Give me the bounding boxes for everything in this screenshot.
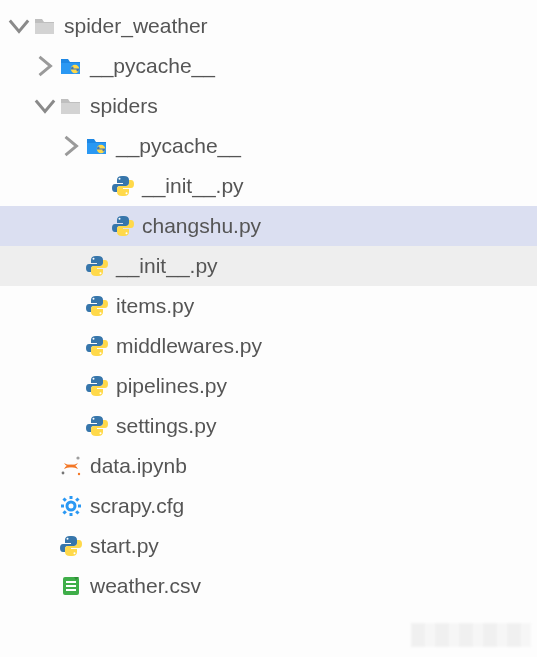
python-file-icon xyxy=(82,366,112,406)
tree-item-label: data.ipynb xyxy=(90,454,187,478)
tree-item-label: __pycache__ xyxy=(116,134,241,158)
tree-folder-spiders[interactable]: spiders xyxy=(0,86,537,126)
tree-item-label: middlewares.py xyxy=(116,334,262,358)
tree-folder-spider-weather[interactable]: spider_weather xyxy=(0,6,537,46)
tree-item-label: __pycache__ xyxy=(90,54,215,78)
tree-item-label: __init__.py xyxy=(116,254,218,278)
tree-file-init-py[interactable]: __init__.py xyxy=(0,246,537,286)
tree-file-data-ipynb[interactable]: data.ipynb xyxy=(0,446,537,486)
python-file-icon xyxy=(82,286,112,326)
python-file-icon xyxy=(82,326,112,366)
tree-item-label: scrapy.cfg xyxy=(90,494,184,518)
tree-item-label: spider_weather xyxy=(64,14,208,38)
chevron-down-icon[interactable] xyxy=(8,6,30,46)
python-file-icon xyxy=(108,166,138,206)
tree-file-changshu-py[interactable]: changshu.py xyxy=(0,206,537,246)
chevron-down-icon[interactable] xyxy=(34,86,56,126)
folder-icon xyxy=(30,6,60,46)
tree-item-label: __init__.py xyxy=(142,174,244,198)
tree-file-settings-py[interactable]: settings.py xyxy=(0,406,537,446)
tree-item-label: spiders xyxy=(90,94,158,118)
tree-item-label: weather.csv xyxy=(90,574,201,598)
tree-folder-pycache[interactable]: __pycache__ xyxy=(0,46,537,86)
python-file-icon xyxy=(82,246,112,286)
tree-item-label: settings.py xyxy=(116,414,216,438)
tree-file-middlewares-py[interactable]: middlewares.py xyxy=(0,326,537,366)
tree-item-label: items.py xyxy=(116,294,194,318)
python-file-icon xyxy=(108,206,138,246)
python-file-icon xyxy=(56,526,86,566)
python-file-icon xyxy=(82,406,112,446)
tree-file-init-py[interactable]: __init__.py xyxy=(0,166,537,206)
tree-file-weather-csv[interactable]: weather.csv xyxy=(0,566,537,606)
tree-item-label: pipelines.py xyxy=(116,374,227,398)
tree-file-items-py[interactable]: items.py xyxy=(0,286,537,326)
tree-item-label: changshu.py xyxy=(142,214,261,238)
python-folder-icon xyxy=(82,126,112,166)
tree-file-start-py[interactable]: start.py xyxy=(0,526,537,566)
decorative-blur xyxy=(411,623,531,647)
tree-file-scrapy-cfg[interactable]: scrapy.cfg xyxy=(0,486,537,526)
chevron-right-icon[interactable] xyxy=(34,46,56,86)
tree-item-label: start.py xyxy=(90,534,159,558)
chevron-right-icon[interactable] xyxy=(60,126,82,166)
tree-folder-pycache[interactable]: __pycache__ xyxy=(0,126,537,166)
folder-icon xyxy=(56,86,86,126)
jupyter-file-icon xyxy=(56,446,86,486)
csv-file-icon xyxy=(56,566,86,606)
file-tree[interactable]: spider_weather __pycache__ spiders __pyc… xyxy=(0,0,537,606)
python-folder-icon xyxy=(56,46,86,86)
gear-icon xyxy=(56,486,86,526)
tree-file-pipelines-py[interactable]: pipelines.py xyxy=(0,366,537,406)
